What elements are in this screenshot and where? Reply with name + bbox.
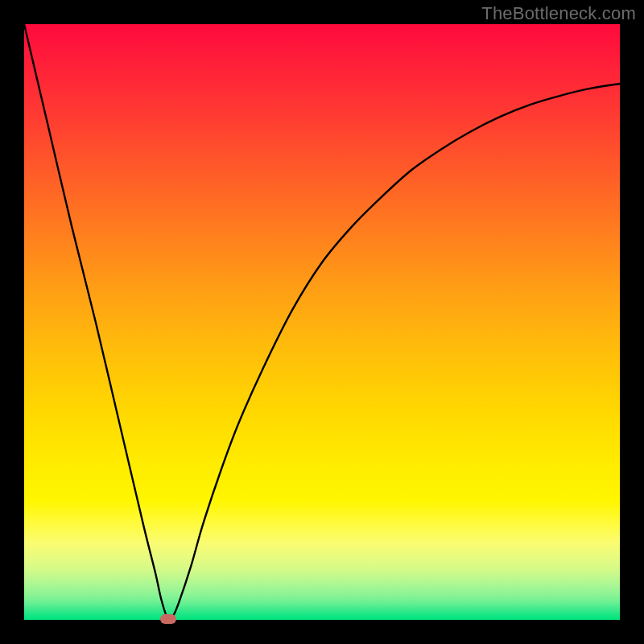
- bottleneck-curve: [24, 24, 620, 620]
- chart-plot-area: [24, 24, 620, 620]
- watermark-text: TheBottleneck.com: [481, 3, 636, 24]
- optimal-point-marker: [160, 614, 176, 624]
- chart-frame: TheBottleneck.com: [0, 0, 644, 644]
